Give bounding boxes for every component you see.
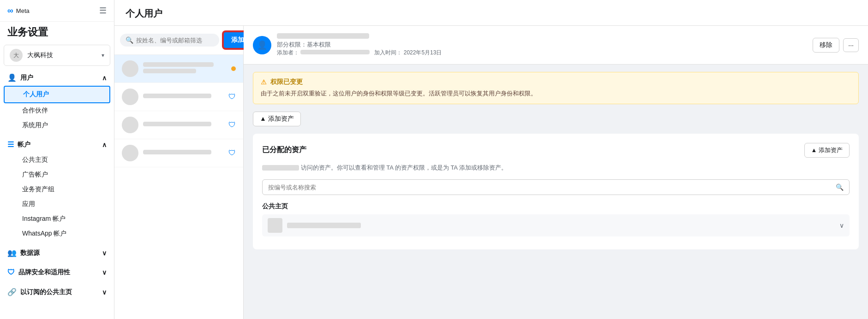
user-detail-role: 部分权限：基本权限 [277, 41, 807, 49]
asset-name-placeholder [287, 223, 361, 228]
user-detail-avatar: 👤 [253, 36, 271, 54]
user-list: 🛡 🛡 🛡 [114, 55, 243, 319]
warning-title: ⚠ 权限已变更 [261, 78, 851, 86]
asset-category-title: 公共主页 [262, 202, 850, 211]
warning-icon: ⚠ [261, 78, 267, 86]
user-avatar [122, 60, 138, 77]
accounts-icon: ☰ [7, 140, 14, 149]
asset-search-input[interactable] [268, 184, 832, 191]
nav-section-users: 👤 用户 ∧ 个人用户 合作伙伴 系统用户 [0, 70, 114, 136]
meta-logo: ∞ Meta [7, 6, 30, 16]
user-detail-name-placeholder [277, 33, 369, 39]
sidebar-header: ∞ Meta ☰ [0, 0, 114, 22]
user-list-item[interactable]: 🛡 [114, 83, 243, 111]
section-desc: 访问的资产。你可以查看和管理 TA 的资产权限，或是为 TA 添加或移除资产。 [262, 163, 850, 172]
collapse-accounts-icon: ∧ [102, 141, 107, 148]
asset-search-icon: 🔍 [836, 183, 844, 191]
user-name-placeholder [143, 122, 211, 126]
user-name-placeholder [143, 94, 211, 98]
user-avatar [122, 145, 138, 161]
shield-icon: 🛡 [228, 121, 236, 129]
user-detail-info: 部分权限：基本权限 添加者： 加入时间： 2022年5月13日 [277, 33, 807, 57]
status-dot [231, 66, 236, 71]
add-asset-button-inline[interactable]: ▲ 添加资产 [253, 112, 301, 126]
collapse-integrations-icon: ∨ [102, 289, 107, 296]
search-bar: 🔍 添加 [114, 26, 243, 55]
user-list-item[interactable]: 🛡 [114, 139, 243, 167]
nav-group-users[interactable]: 👤 用户 ∧ [0, 70, 114, 86]
sidebar-item-biz-assets[interactable]: 业务资产组 [4, 182, 110, 197]
nav-section-integrations: 🔗 以订阅的公共主页 ∨ [0, 284, 114, 304]
collapse-users-icon: ∧ [102, 74, 107, 82]
section-header: 已分配的资产 ▲ 添加资产 [262, 143, 850, 158]
collapse-brand-icon: ∨ [102, 269, 107, 276]
user-avatar [122, 117, 138, 133]
main-content: 个人用户 🔍 添加 [114, 0, 868, 319]
sidebar-item-instagram[interactable]: Instagram 帐户 [4, 212, 110, 226]
nav-section-brand: 🛡 品牌安全和适用性 ∨ [0, 265, 114, 284]
accounts-label: 帐户 [18, 141, 102, 149]
users-icon: 👤 [7, 73, 17, 82]
user-detail-meta: 添加者： 加入时间： 2022年5月13日 [277, 49, 807, 57]
shield-icon: 🛡 [228, 149, 236, 157]
data-label: 数据源 [20, 249, 102, 257]
warning-text: 由于之前未开启双重验证，这位用户的身份和权限等级已变更。活跃管理员可以恢复其用户… [261, 89, 851, 98]
data-icon: 👥 [7, 248, 17, 257]
user-list-item[interactable] [114, 55, 243, 83]
nav-group-data[interactable]: 👥 数据源 ∨ [0, 245, 114, 261]
user-detail-panel: 👤 部分权限：基本权限 添加者： 加入时间： 2022年5月13日 移除 [244, 26, 868, 319]
asset-search: 🔍 [262, 179, 850, 195]
user-meta-placeholder [300, 50, 370, 54]
user-info [143, 150, 228, 156]
integrations-label: 以订阅的公共主页 [20, 288, 102, 296]
user-list-item[interactable]: 🛡 [114, 111, 243, 139]
section-title: 已分配的资产 [262, 145, 306, 155]
user-info [143, 62, 231, 75]
asset-category: 公共主页 ∨ [262, 202, 850, 236]
asset-item[interactable]: ∨ [262, 214, 850, 236]
nav-section-data: 👥 数据源 ∨ [0, 245, 114, 265]
sidebar-item-partners[interactable]: 合作伙伴 [4, 103, 110, 118]
sidebar-item-personal-users[interactable]: 个人用户 [4, 86, 110, 103]
chevron-down-icon: ▾ [102, 52, 104, 59]
nav-section-accounts: ☰ 帐户 ∧ 公共主页 广告帐户 业务资产组 应用 Instagram 帐户 W… [0, 136, 114, 245]
user-info [143, 94, 228, 100]
page-title: 个人用户 [126, 7, 857, 20]
sidebar-item-system-users[interactable]: 系统用户 [4, 118, 110, 133]
sidebar-item-ad-accounts[interactable]: 广告帐户 [4, 167, 110, 182]
user-detail-header: 👤 部分权限：基本权限 添加者： 加入时间： 2022年5月13日 移除 [244, 26, 868, 65]
hamburger-icon[interactable]: ☰ [99, 6, 107, 16]
asset-item-left [268, 218, 361, 233]
integrations-icon: 🔗 [7, 288, 17, 296]
collapse-data-icon: ∨ [102, 249, 107, 257]
meta-logo-icon: ∞ [7, 6, 13, 16]
users-label: 用户 [20, 74, 102, 82]
shield-icon: 🛡 [228, 93, 236, 101]
user-name-placeholder [143, 62, 214, 67]
content-area: 🔍 添加 [114, 26, 868, 319]
user-name-placeholder [143, 150, 211, 154]
nav-group-integrations[interactable]: 🔗 以订阅的公共主页 ∨ [0, 284, 114, 300]
assigned-assets-section: 已分配的资产 ▲ 添加资产 访问的资产。你可以查看和管理 TA 的资产权限，或是… [253, 134, 859, 250]
remove-button[interactable]: 移除 [813, 38, 839, 53]
user-email-placeholder [143, 69, 196, 73]
meta-text: Meta [16, 7, 30, 14]
user-detail-actions: 移除 ··· [813, 38, 859, 53]
nav-group-brand[interactable]: 🛡 品牌安全和适用性 ∨ [0, 265, 114, 280]
search-input-wrap: 🔍 [120, 34, 219, 47]
company-selector[interactable]: 大 大枫科技 ▾ [4, 45, 110, 66]
warning-banner: ⚠ 权限已变更 由于之前未开启双重验证，这位用户的身份和权限等级已变更。活跃管理… [253, 72, 859, 104]
brand-icon: 🛡 [7, 268, 15, 277]
search-input[interactable] [136, 37, 214, 44]
biz-title: 业务设置 [0, 22, 114, 45]
sidebar-item-public-pages[interactable]: 公共主页 [4, 153, 110, 167]
more-options-button[interactable]: ··· [843, 38, 859, 52]
page-header: 个人用户 [114, 0, 868, 26]
sidebar-item-apps[interactable]: 应用 [4, 197, 110, 212]
search-icon: 🔍 [126, 36, 133, 44]
company-avatar: 大 [10, 49, 23, 62]
nav-group-accounts[interactable]: ☰ 帐户 ∧ [0, 136, 114, 153]
section-add-asset-button[interactable]: ▲ 添加资产 [804, 143, 850, 158]
sidebar-item-whatsapp[interactable]: WhatsApp 帐户 [4, 226, 110, 241]
expand-icon[interactable]: ∨ [839, 222, 844, 229]
